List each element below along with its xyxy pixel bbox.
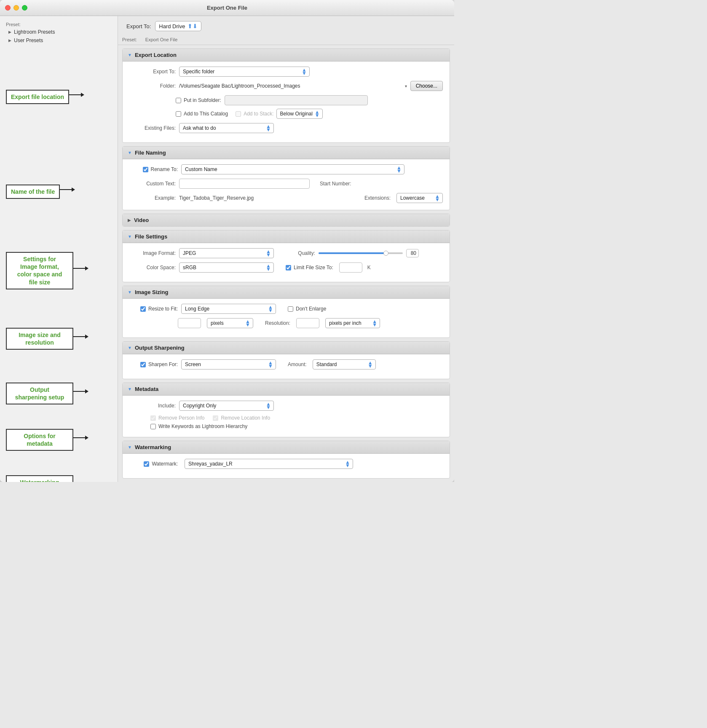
color-space-dropdown[interactable]: sRGB ▲▼ <box>179 262 274 273</box>
dont-enlarge-checkbox[interactable] <box>288 306 293 312</box>
select-arrows-icon: ⬆⬇ <box>187 23 198 29</box>
minimize-button[interactable] <box>13 5 19 11</box>
subfolder-checkbox-row: Put in Subfolder: <box>176 97 221 103</box>
collapse-triangle-icon: ▼ <box>128 234 132 239</box>
limit-size-input[interactable]: 300 <box>339 262 362 273</box>
select-arrows-icon: ▲▼ <box>302 68 307 75</box>
existing-files-dropdown[interactable]: Ask what to do ▲▼ <box>179 123 274 133</box>
existing-files-value: Ask what to do <box>183 125 216 131</box>
image-format-dropdown[interactable]: JPEG ▲▼ <box>179 248 274 258</box>
rename-to-checkbox-row: Rename To: <box>129 166 178 172</box>
section-export-location: ▼ Export Location Export To: Specific fo… <box>122 48 450 143</box>
select-arrows-icon: ▲▼ <box>368 361 373 368</box>
arrow-icon: ▶ <box>8 38 11 43</box>
resolution-unit-value: pixels per inch <box>329 320 362 326</box>
quality-value: 80 <box>406 249 419 257</box>
add-to-stack-group: Add to Stack: Below Original ▲▼ <box>236 109 322 119</box>
section-video: ▶ Video <box>122 214 450 227</box>
sidebar-item-user-presets[interactable]: ▶ User Presets <box>0 36 118 45</box>
size-unit-value: pixels <box>211 320 224 326</box>
add-to-stack-dropdown[interactable]: Below Original ▲▼ <box>276 109 323 119</box>
start-number-label: Start Number: <box>320 181 351 187</box>
collapse-triangle-icon: ▶ <box>128 218 131 222</box>
write-keywords-label: Write Keywords as Lightroom Hierarchy <box>158 423 247 429</box>
sharpen-for-row: Sharpen For: Screen ▲▼ Amount: Standard … <box>129 359 443 369</box>
add-to-catalog-checkbox[interactable] <box>176 111 181 117</box>
section-image-sizing-header[interactable]: ▼ Image Sizing <box>123 286 450 299</box>
choose-button[interactable]: Choose... <box>410 81 443 91</box>
resolution-input[interactable]: 70 <box>296 318 319 328</box>
section-watermarking-header[interactable]: ▼ Watermarking <box>123 441 450 454</box>
amount-dropdown[interactable]: Standard ▲▼ <box>313 359 376 369</box>
resize-to-fit-checkbox[interactable] <box>140 306 146 312</box>
existing-files-row: Existing Files: Ask what to do ▲▼ <box>129 123 443 133</box>
subfolder-input[interactable]: BigCat_Tigress_ShreyasYadav <box>225 95 368 105</box>
sharpen-for-checkbox[interactable] <box>140 362 146 367</box>
sidebar-item-label: User Presets <box>14 37 43 43</box>
sharpen-for-dropdown[interactable]: Screen ▲▼ <box>181 359 276 369</box>
section-metadata-header[interactable]: ▼ Metadata <box>123 383 450 396</box>
preset-label: Preset: <box>0 20 118 28</box>
limit-size-label: Limit File Size To: <box>294 265 333 270</box>
section-image-sizing-title: Image Sizing <box>135 289 168 295</box>
section-file-settings-header[interactable]: ▼ File Settings <box>123 230 450 243</box>
size-unit-dropdown[interactable]: pixels ▲▼ <box>207 318 253 328</box>
export-to-select[interactable]: Hard Drive ⬆⬇ <box>155 21 201 31</box>
subfolder-checkbox[interactable] <box>176 98 181 103</box>
include-dropdown[interactable]: Copyright Only ▲▼ <box>179 401 274 411</box>
image-format-value: JPEG <box>183 250 196 256</box>
section-file-settings-body: Image Format: JPEG ▲▼ Quality: 80 <box>123 243 450 282</box>
section-metadata-body: Include: Copyright Only ▲▼ Remove Person… <box>123 396 450 437</box>
section-file-naming-header[interactable]: ▼ File Naming <box>123 147 450 159</box>
section-metadata: ▼ Metadata Include: Copyright Only ▲▼ <box>122 383 450 437</box>
resize-to-fit-row: Resize to Fit: Long Edge ▲▼ Don't Enlarg… <box>129 304 443 314</box>
sidebar-item-lightroom-presets[interactable]: ▶ Lightroom Presets <box>0 28 118 36</box>
quality-slider-track[interactable] <box>319 252 403 254</box>
size-value-input[interactable]: 800 <box>178 318 201 328</box>
collapse-triangle-icon: ▼ <box>128 53 132 57</box>
watermark-dropdown[interactable]: Shreyas_yadav_LR ▲▼ <box>185 459 353 469</box>
write-keywords-checkbox[interactable] <box>150 424 156 429</box>
remove-location-checkbox-row: Remove Location Info <box>213 415 270 421</box>
remove-person-label: Remove Person Info <box>158 415 204 421</box>
watermark-value: Shreyas_yadav_LR <box>188 461 233 467</box>
remove-location-checkbox[interactable] <box>213 415 218 421</box>
export-to-value: Hard Drive <box>159 23 185 29</box>
add-to-stack-label: Add to Stack: <box>244 111 273 117</box>
section-video-header[interactable]: ▶ Video <box>123 214 450 226</box>
rename-to-checkbox[interactable] <box>143 167 148 172</box>
add-to-stack-checkbox[interactable] <box>236 111 241 117</box>
remove-info-row: Remove Person Info Remove Location Info <box>129 415 443 421</box>
quality-slider-thumb[interactable] <box>383 251 388 256</box>
window: Export One File Preset: ▶ Lightroom Pres… <box>0 0 454 482</box>
rename-to-dropdown[interactable]: Custom Name ▲▼ <box>181 164 404 174</box>
watermark-checkbox[interactable] <box>144 461 149 467</box>
resize-to-fit-dropdown[interactable]: Long Edge ▲▼ <box>181 304 276 314</box>
select-arrows-icon: ▲▼ <box>435 195 440 202</box>
include-label: Include: <box>129 403 176 409</box>
extensions-dropdown[interactable]: Lowercase ▲▼ <box>396 193 443 203</box>
annotation-file-settings: Settings forImage format,color space and… <box>6 252 88 289</box>
section-file-settings-title: File Settings <box>135 233 167 240</box>
maximize-button[interactable] <box>22 5 27 11</box>
section-output-sharpening-header[interactable]: ▼ Output Sharpening <box>123 342 450 354</box>
select-arrows-icon: ▲▼ <box>372 320 377 327</box>
export-to-row: Export To: Specific folder ▲▼ <box>129 67 443 77</box>
limit-size-checkbox[interactable] <box>286 265 291 270</box>
section-export-location-header[interactable]: ▼ Export Location <box>123 49 450 62</box>
main-layout: Preset: ▶ Lightroom Presets ▶ User Prese… <box>0 16 454 482</box>
custom-text-input[interactable]: Tiger_Tadoba_Tiger_Reserve <box>179 179 310 189</box>
section-watermarking-title: Watermarking <box>135 444 171 450</box>
resize-to-fit-label: Resize to Fit: <box>148 306 178 312</box>
close-button[interactable] <box>5 5 11 11</box>
folder-path-value: /Volumes/Seagate Bac/Lightroom_Processed… <box>179 83 402 89</box>
existing-files-label: Existing Files: <box>129 125 176 131</box>
remove-person-checkbox[interactable] <box>150 415 156 421</box>
export-to-dropdown[interactable]: Specific folder ▲▼ <box>179 67 310 77</box>
folder-dropdown-arrow-icon[interactable]: ▾ <box>405 84 407 88</box>
add-to-row: Add to This Catalog Add to Stack: Below … <box>129 109 443 119</box>
sharpen-for-checkbox-row: Sharpen For: <box>129 361 178 367</box>
section-watermarking: ▼ Watermarking Watermark: Shreyas_yadav_… <box>122 441 450 479</box>
preset-bar-label: Preset: <box>122 37 137 42</box>
resolution-unit-dropdown[interactable]: pixels per inch ▲▼ <box>325 318 380 328</box>
